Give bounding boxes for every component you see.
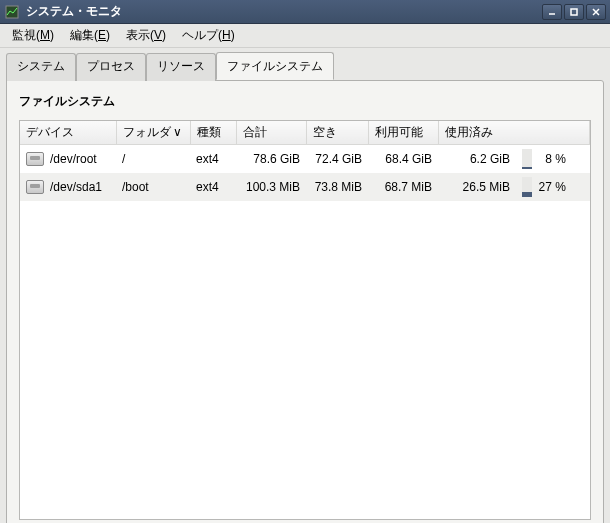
table-header-row: デバイス フォルダ∨ 種類 合計 空き 利用可能 使用済み xyxy=(20,121,590,145)
cell-folder: /boot xyxy=(116,173,190,201)
column-type[interactable]: 種類 xyxy=(190,121,236,145)
minimize-button[interactable] xyxy=(542,4,562,20)
column-used[interactable]: 使用済み xyxy=(438,121,590,145)
app-icon xyxy=(4,4,20,20)
menu-edit[interactable]: 編集(E) xyxy=(64,25,116,46)
column-available[interactable]: 利用可能 xyxy=(368,121,438,145)
cell-type: ext4 xyxy=(190,173,236,201)
disk-icon xyxy=(26,180,44,194)
svg-rect-2 xyxy=(571,9,577,15)
menubar: 監視(M) 編集(E) 表示(V) ヘルプ(H) xyxy=(0,24,610,48)
cell-available: 68.7 MiB xyxy=(368,173,438,201)
table-row[interactable]: /dev/root / ext4 78.6 GiB 72.4 GiB 68.4 … xyxy=(20,145,590,174)
cell-total: 78.6 GiB xyxy=(236,145,306,174)
tab-processes[interactable]: プロセス xyxy=(76,53,146,81)
usage-bar xyxy=(522,149,532,169)
cell-free: 73.8 MiB xyxy=(306,173,368,201)
cell-used: 6.2 GiB xyxy=(438,145,516,174)
cell-folder: / xyxy=(116,145,190,174)
menu-monitor[interactable]: 監視(M) xyxy=(6,25,60,46)
usage-bar xyxy=(522,177,532,197)
menu-help[interactable]: ヘルプ(H) xyxy=(176,25,241,46)
table-row[interactable]: /dev/sda1 /boot ext4 100.3 MiB 73.8 MiB … xyxy=(20,173,590,201)
menu-view[interactable]: 表示(V) xyxy=(120,25,172,46)
titlebar: システム・モニタ xyxy=(0,0,610,24)
cell-device: /dev/sda1 xyxy=(20,173,116,201)
cell-available: 68.4 GiB xyxy=(368,145,438,174)
section-title: ファイルシステム xyxy=(19,93,591,110)
filesystem-table-container: デバイス フォルダ∨ 種類 合計 空き 利用可能 使用済み /dev/root … xyxy=(19,120,591,520)
column-total[interactable]: 合計 xyxy=(236,121,306,145)
column-free[interactable]: 空き xyxy=(306,121,368,145)
disk-icon xyxy=(26,152,44,166)
tab-system[interactable]: システム xyxy=(6,53,76,81)
cell-total: 100.3 MiB xyxy=(236,173,306,201)
cell-device: /dev/root xyxy=(20,145,116,174)
cell-type: ext4 xyxy=(190,145,236,174)
column-device[interactable]: デバイス xyxy=(20,121,116,145)
sort-indicator-icon: ∨ xyxy=(173,125,182,139)
tabbar: システム プロセス リソース ファイルシステム xyxy=(0,48,610,80)
maximize-button[interactable] xyxy=(564,4,584,20)
filesystem-table: デバイス フォルダ∨ 種類 合計 空き 利用可能 使用済み /dev/root … xyxy=(20,121,590,201)
window-controls xyxy=(542,4,606,20)
cell-used-pct: 8 % xyxy=(516,145,590,174)
column-folder[interactable]: フォルダ∨ xyxy=(116,121,190,145)
cell-used-pct: 27 % xyxy=(516,173,590,201)
window-title: システム・モニタ xyxy=(26,3,542,20)
content-panel: ファイルシステム デバイス フォルダ∨ 種類 合計 空き 利用可能 使用済み /… xyxy=(6,80,604,523)
cell-used: 26.5 MiB xyxy=(438,173,516,201)
tab-filesystems[interactable]: ファイルシステム xyxy=(216,52,334,80)
cell-free: 72.4 GiB xyxy=(306,145,368,174)
tab-resources[interactable]: リソース xyxy=(146,53,216,81)
close-button[interactable] xyxy=(586,4,606,20)
